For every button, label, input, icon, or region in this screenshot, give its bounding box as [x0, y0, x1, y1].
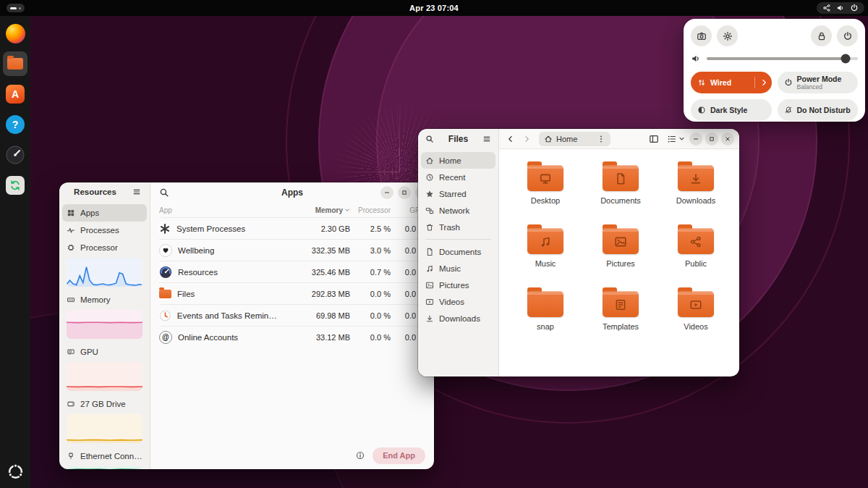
files-icon: [7, 58, 23, 70]
files-window-title: Files: [439, 134, 477, 144]
system-tray[interactable]: [817, 2, 864, 14]
dock-item-help[interactable]: ?: [3, 112, 27, 137]
files-maximize-button[interactable]: [705, 132, 718, 146]
column-memory[interactable]: Memory: [278, 206, 350, 214]
music-note-icon: [425, 264, 434, 273]
sidebar-item-trash[interactable]: Trash: [421, 219, 495, 235]
settings-button[interactable]: [717, 25, 738, 46]
table-row[interactable]: System Processes 2.30 GB 2.5 % 0.0 %: [159, 217, 425, 239]
wellbeing-icon: [159, 244, 172, 257]
files-sidebar-header: Files: [418, 129, 498, 149]
do-not-disturb-tile[interactable]: Do Not Disturb: [778, 99, 859, 121]
chevron-right-icon[interactable]: [760, 78, 768, 87]
network-usage-graph[interactable]: [67, 466, 142, 469]
wired-network-tile[interactable]: Wired: [691, 72, 772, 93]
sidebar-item-processes[interactable]: Processes: [62, 222, 147, 239]
folder-music[interactable]: Music: [508, 224, 583, 287]
info-icon[interactable]: [355, 450, 365, 460]
sidebar-item-downloads[interactable]: Downloads: [421, 310, 495, 327]
lock-button[interactable]: [811, 25, 832, 46]
clock[interactable]: Apr 23 07:04: [409, 4, 459, 12]
table-row[interactable]: @Online Accounts 33.12 MB 0.0 % 0.0 %: [159, 326, 425, 348]
sidebar-item-processor[interactable]: Processor: [62, 239, 147, 256]
forward-button[interactable]: [520, 131, 533, 147]
breadcrumb[interactable]: Home: [539, 132, 610, 146]
sidebar-item-network[interactable]: Network: [421, 202, 495, 219]
resources-minimize-button[interactable]: [380, 186, 393, 199]
folder-snap[interactable]: snap: [508, 287, 583, 350]
end-app-button[interactable]: End App: [373, 447, 425, 464]
workspace-active-dash: [10, 7, 17, 9]
workspace-indicator[interactable]: [7, 4, 25, 12]
dock-item-app-center[interactable]: A: [3, 82, 27, 106]
power-button[interactable]: [837, 25, 858, 46]
power-mode-icon: [784, 78, 793, 87]
star-icon: [425, 190, 434, 198]
volume-slider[interactable]: [707, 57, 858, 60]
column-app[interactable]: App: [159, 206, 278, 214]
sidebar-item-pictures[interactable]: Pictures: [421, 277, 495, 293]
sidebar-item-home[interactable]: Home: [421, 152, 495, 169]
bell-slash-icon: [784, 106, 793, 114]
sidebar-item-starred[interactable]: Starred: [421, 185, 495, 202]
sidebar-item-apps[interactable]: Apps: [62, 204, 147, 222]
table-header-row: App Memory Processor GPU: [159, 203, 425, 217]
memory-usage-graph[interactable]: [67, 310, 142, 339]
volume-icon: [836, 4, 845, 12]
back-button[interactable]: [504, 131, 517, 147]
sidebar-item-documents[interactable]: Documents: [421, 243, 495, 260]
table-row[interactable]: Events and Tasks Reminders 69.98 MB 0.0 …: [159, 304, 425, 326]
kebab-menu-icon[interactable]: [597, 135, 605, 143]
resources-maximize-button[interactable]: [398, 186, 411, 199]
folder-downloads[interactable]: Downloads: [658, 161, 733, 224]
drive-usage-graph[interactable]: [67, 414, 142, 443]
processor-usage-graph[interactable]: [67, 258, 142, 287]
sidebar-item-ethernet[interactable]: Ethernet Connection: [62, 447, 147, 465]
sidebar-item-drive[interactable]: 27 GB Drive: [62, 395, 147, 413]
folder-pictures[interactable]: Pictures: [583, 224, 658, 287]
resources-window-title: Resources: [64, 188, 126, 196]
sidebar-item-music[interactable]: Music: [421, 260, 495, 277]
volume-slider-fill: [707, 57, 846, 60]
power-mode-tile[interactable]: Power ModeBalanced: [778, 72, 859, 93]
dark-style-tile[interactable]: Dark Style: [691, 99, 772, 121]
resources-sidebar-list: Apps Processes Processor Memory: [59, 201, 150, 469]
dock-item-show-apps[interactable]: [3, 459, 27, 484]
gpu-usage-graph[interactable]: [67, 362, 142, 391]
app-center-icon: A: [6, 85, 25, 104]
view-options-button[interactable]: [665, 131, 686, 147]
resources-search-button[interactable]: [156, 185, 172, 201]
folder-public[interactable]: Public: [658, 224, 733, 287]
sidebar-item-gpu[interactable]: GPU: [62, 343, 147, 361]
toggle-sidebar-button[interactable]: [646, 131, 662, 147]
dock-item-files[interactable]: [3, 51, 27, 76]
network-icon: [425, 206, 434, 215]
gpu-icon: [67, 348, 75, 356]
dock-item-firefox[interactable]: [3, 21, 27, 46]
folder-templates[interactable]: Templates: [583, 287, 658, 350]
files-minimize-button[interactable]: [689, 132, 702, 146]
folder-grid: Desktop Documents Downloads Music Pictur…: [508, 161, 733, 350]
sidebar-item-videos[interactable]: Videos: [421, 293, 495, 310]
screenshot-button[interactable]: [691, 25, 712, 46]
column-processor[interactable]: Processor: [350, 206, 391, 214]
files-search-button[interactable]: [423, 131, 436, 147]
files-menu-button[interactable]: [480, 131, 493, 147]
table-row[interactable]: Resources 325.46 MB 0.7 % 0.0 %: [159, 261, 425, 282]
table-row[interactable]: Wellbeing 332.35 MB 3.0 % 0.0 %: [159, 239, 425, 261]
folder-videos[interactable]: Videos: [658, 287, 733, 350]
reminders-clock-icon: [159, 309, 171, 322]
files-close-button[interactable]: [721, 132, 734, 146]
folder-desktop[interactable]: Desktop: [508, 161, 583, 224]
dock-item-software-updater[interactable]: [3, 173, 27, 198]
resources-menu-button[interactable]: [129, 184, 145, 200]
quick-settings-panel: Wired Power ModeBalanced Dark Style Do N…: [684, 19, 865, 122]
dock-item-resources[interactable]: [3, 143, 27, 167]
firefox-icon: [6, 24, 25, 43]
home-icon: [544, 135, 553, 143]
sidebar-item-memory[interactable]: Memory: [62, 291, 147, 308]
folder-documents[interactable]: Documents: [583, 161, 658, 224]
volume-slider-knob[interactable]: [841, 54, 851, 64]
sidebar-item-recent[interactable]: Recent: [421, 169, 495, 185]
table-row[interactable]: Files 292.83 MB 0.0 % 0.0 %: [159, 282, 425, 304]
